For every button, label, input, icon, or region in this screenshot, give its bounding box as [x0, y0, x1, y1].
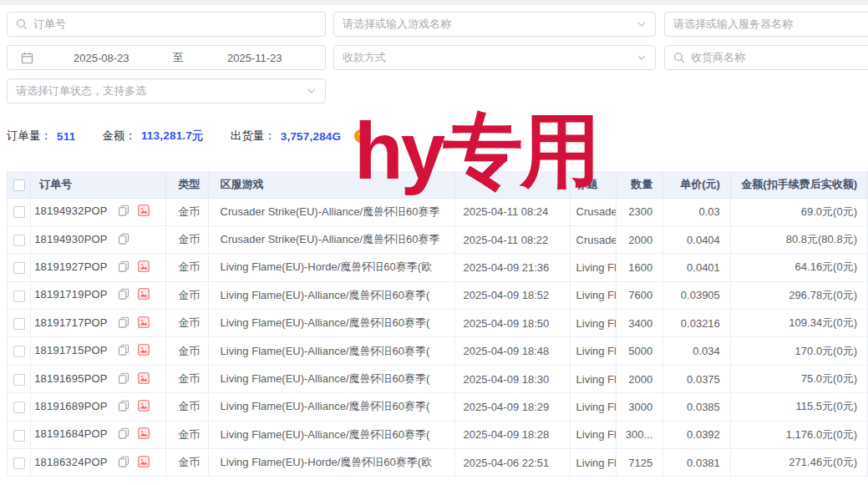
- quantity: 3400: [616, 310, 662, 337]
- header-amount: 金额(扣手续费后实收额): [730, 171, 867, 198]
- order-type: 金币: [166, 393, 208, 421]
- amount: 1,176.0元(0元): [730, 421, 867, 448]
- quantity: 1600: [616, 254, 662, 281]
- order-time: 2025-04-09 21:36: [454, 254, 570, 281]
- order-title: Living Fl: [570, 421, 616, 448]
- order-title: Living Fl: [570, 365, 616, 392]
- order-number: 18191719POP: [34, 288, 108, 301]
- image-icon[interactable]: [138, 400, 150, 414]
- order-number-placeholder: 订单号: [33, 17, 317, 32]
- amount: 115.5元(0元): [730, 393, 867, 421]
- game-server: Crusader Strike(EU)-Alliance/魔兽怀旧60赛季: [208, 225, 454, 253]
- quantity: 5000: [616, 337, 662, 365]
- receiver-name-input[interactable]: 收货商名称: [664, 45, 868, 70]
- copy-icon[interactable]: [118, 427, 129, 442]
- row-checkbox[interactable]: [13, 235, 25, 246]
- copy-icon[interactable]: [118, 260, 129, 275]
- quantity: 2000: [616, 225, 662, 253]
- table-row: 18191715POP 金币 Living Flame(EU)-Alliance…: [8, 337, 868, 365]
- table-row: 18191719POP 金币 Living Flame(EU)-Alliance…: [8, 281, 868, 309]
- quantity: 7125: [616, 449, 662, 477]
- order-type: 金币: [166, 421, 208, 448]
- copy-icon[interactable]: [118, 316, 129, 331]
- copy-icon[interactable]: [118, 372, 129, 386]
- order-type: 金币: [166, 225, 208, 253]
- copy-icon[interactable]: [118, 288, 129, 302]
- game-server: Living Flame(EU)-Alliance/魔兽怀旧60赛季(: [208, 281, 454, 309]
- date-end-value[interactable]: 2025-11-23: [193, 52, 317, 64]
- game-server: Living Flame(EU)-Alliance/魔兽怀旧60赛季(: [208, 365, 454, 392]
- copy-icon[interactable]: [118, 205, 129, 219]
- game-server: Living Flame(EU)-Horde/魔兽怀旧60赛季(欧: [208, 254, 454, 281]
- calendar-icon: [21, 52, 33, 64]
- order-title: Living Fl: [570, 337, 616, 365]
- amount: 64.16元(0元): [730, 254, 867, 281]
- row-checkbox[interactable]: [13, 290, 25, 302]
- date-start-value[interactable]: 2025-08-23: [39, 52, 164, 64]
- top-strip: [0, 0, 868, 5]
- row-checkbox[interactable]: [13, 430, 25, 442]
- amount: 69.0元(0元): [730, 198, 867, 225]
- unit-price: 0.0401: [663, 254, 731, 281]
- game-name-placeholder: 请选择或输入游戏名称: [343, 17, 631, 32]
- table-row: 18194932POP 金币 Crusader Strike(EU)-Allia…: [8, 198, 868, 225]
- amount: 296.78元(0元): [730, 281, 867, 309]
- game-server: Living Flame(EU)-Alliance/魔兽怀旧60赛季(: [208, 393, 454, 421]
- payment-method-placeholder: 收款方式: [343, 50, 631, 65]
- help-icon[interactable]: ?: [354, 129, 368, 143]
- order-title: Crusade: [570, 225, 616, 253]
- select-all-checkbox[interactable]: [13, 179, 25, 191]
- summary-stats: 订单量： 511 金额： 113,281.7元 出货量： 3,757,284G …: [7, 129, 368, 144]
- unit-price: 0.03216: [663, 310, 731, 337]
- amount: 75.0元(0元): [730, 365, 867, 392]
- order-status-select[interactable]: 请选择订单状态，支持多选: [7, 78, 326, 104]
- image-icon[interactable]: [138, 344, 150, 358]
- order-title: Living Fl: [570, 449, 616, 477]
- order-title: Living Fl: [570, 281, 616, 309]
- copy-icon[interactable]: [118, 456, 129, 470]
- header-order-no: 订单号: [31, 171, 166, 198]
- order-type: 金币: [166, 281, 208, 309]
- unit-price: 0.03905: [663, 281, 731, 309]
- header-game: 区服游戏: [208, 171, 454, 198]
- image-icon[interactable]: [138, 456, 150, 470]
- order-time: 2025-04-09 18:30: [454, 365, 570, 392]
- order-title: Crusade: [570, 198, 616, 225]
- game-server: Crusader Strike(EU)-Alliance/魔兽怀旧60赛季: [208, 198, 454, 225]
- row-checkbox[interactable]: [13, 402, 25, 413]
- row-checkbox[interactable]: [13, 374, 25, 386]
- game-name-select[interactable]: 请选择或输入游戏名称: [333, 12, 656, 37]
- image-icon[interactable]: [138, 260, 150, 275]
- order-number: 18191715POP: [34, 344, 108, 356]
- order-type: 金币: [166, 365, 208, 392]
- image-icon[interactable]: [138, 372, 150, 386]
- quantity: 7600: [616, 281, 662, 309]
- amount-value: 113,281.7元: [141, 129, 204, 144]
- image-icon[interactable]: [138, 427, 150, 442]
- row-checkbox[interactable]: [13, 457, 25, 469]
- image-icon[interactable]: [138, 288, 150, 302]
- order-time: 2025-04-09 18:29: [454, 393, 570, 421]
- date-range-picker[interactable]: 2025-08-23 至 2025-11-23: [7, 45, 326, 70]
- order-title: Living Fl: [570, 393, 616, 421]
- row-checkbox[interactable]: [13, 206, 25, 218]
- order-title: Living Fl: [570, 254, 616, 281]
- game-server: Living Flame(EU)-Horde/魔兽怀旧60赛季(欧: [208, 449, 454, 477]
- order-number: 18191695POP: [34, 372, 108, 385]
- table-row: 18191689POP 金币 Living Flame(EU)-Alliance…: [8, 393, 868, 421]
- table-row: 18191695POP 金币 Living Flame(EU)-Alliance…: [8, 365, 868, 392]
- copy-icon[interactable]: [118, 344, 129, 358]
- row-checkbox[interactable]: [13, 318, 25, 330]
- order-number-input[interactable]: 订单号: [7, 12, 326, 37]
- unit-price: 0.0375: [663, 365, 731, 392]
- payment-method-select[interactable]: 收款方式: [333, 45, 656, 70]
- copy-icon[interactable]: [118, 233, 129, 247]
- copy-icon[interactable]: [118, 400, 129, 414]
- table-row: 18191717POP 金币 Living Flame(EU)-Alliance…: [8, 310, 868, 337]
- server-name-select[interactable]: 请选择或输入服务器名称: [664, 12, 868, 37]
- image-icon[interactable]: [138, 316, 150, 331]
- row-checkbox[interactable]: [13, 262, 25, 274]
- order-number: 18191689POP: [34, 400, 108, 412]
- image-icon[interactable]: [138, 205, 150, 219]
- row-checkbox[interactable]: [13, 346, 25, 357]
